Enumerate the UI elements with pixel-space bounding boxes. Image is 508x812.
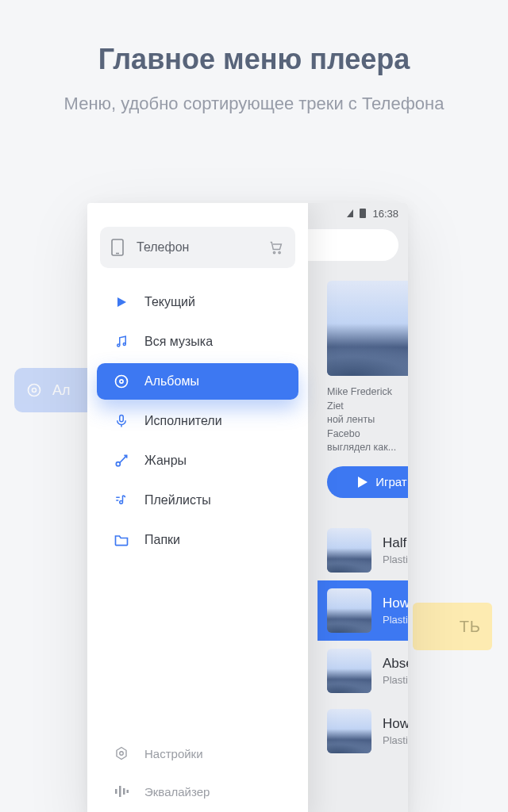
sidebar-item-label: Альбомы [144, 374, 199, 389]
svg-rect-22 [123, 788, 125, 795]
track-subtitle: Plastic [383, 674, 408, 686]
device-row[interactable]: Телефон [100, 227, 295, 268]
sidebar-item-artists[interactable]: Исполнители [100, 403, 295, 439]
sidebar-item-albums[interactable]: Альбомы [97, 363, 298, 400]
svg-point-0 [29, 385, 40, 396]
albums-icon [113, 373, 130, 389]
disc-icon [25, 381, 43, 399]
sidebar-item-current[interactable]: Текущий [100, 284, 295, 320]
phone-frame: 16:38 По Mike Frederick Ziet ной ленты F… [87, 203, 408, 812]
track-row[interactable]: AbsePlastic [318, 641, 408, 701]
track-list: HalfPlasticHowPlastiAbsePlasticHowPlasti… [318, 520, 408, 761]
track-title: Abse [383, 656, 408, 672]
footer-item-label: Эквалайзер [144, 785, 210, 799]
hero-album-art[interactable] [327, 281, 408, 376]
track-title: Half [383, 535, 408, 551]
sidebar-item-label: Вся музыка [144, 335, 213, 349]
svg-point-8 [117, 344, 120, 347]
svg-marker-18 [117, 748, 126, 760]
sidebar-item-folders[interactable]: Папки [100, 522, 295, 558]
folders-icon [113, 533, 130, 547]
artists-icon [113, 413, 130, 429]
sidebar-item-all[interactable]: Вся музыка [100, 324, 295, 360]
all-icon [113, 335, 130, 349]
sidebar-item-label: Папки [144, 533, 180, 547]
drawer: Телефон ТекущийВся музыкаАльбомыИсполнит… [87, 203, 308, 812]
phone-icon [111, 239, 124, 256]
svg-point-15 [120, 500, 123, 504]
hero-caption: Mike Frederick Ziet ной ленты Facebo выг… [327, 385, 398, 455]
track-row[interactable]: HowPlasti [318, 580, 408, 641]
drawer-menu: ТекущийВся музыкаАльбомыИсполнителиЖанры… [100, 284, 295, 558]
hero-card: Mike Frederick Ziet ной ленты Facebo выг… [327, 281, 398, 498]
track-thumbnail [327, 588, 371, 633]
svg-point-11 [120, 380, 123, 383]
status-time: 16:38 [372, 208, 398, 220]
battery-icon [360, 209, 366, 218]
footer-item-label: Настройки [144, 747, 203, 760]
sidebar-item-playlists[interactable]: Плейлисты [100, 482, 295, 519]
footer-item-settings[interactable]: Настройки [100, 739, 295, 768]
play-button[interactable]: Играт [327, 466, 408, 498]
track-title: How [383, 596, 408, 611]
drawer-footer: НастройкиЭквалайзер [100, 715, 295, 806]
playlists-icon [113, 493, 130, 508]
svg-rect-21 [119, 786, 121, 797]
page-subtitle: Меню, удобно сортирующее треки с Телефон… [0, 94, 508, 114]
svg-rect-12 [120, 416, 124, 422]
sidebar-item-genres[interactable]: Жанры [100, 442, 295, 479]
svg-point-10 [116, 376, 128, 388]
sidebar-item-label: Плейлисты [144, 493, 211, 508]
sidebar-item-label: Исполнители [144, 414, 222, 428]
track-title: How [383, 716, 408, 732]
svg-point-6 [273, 251, 275, 253]
ghost-yellow-button: ТЬ [413, 603, 492, 650]
page-title: Главное меню плеера [0, 43, 508, 76]
play-icon [358, 477, 368, 488]
svg-point-14 [116, 462, 120, 466]
equalizer-icon [113, 785, 130, 798]
svg-point-9 [123, 343, 125, 346]
track-thumbnail [327, 709, 371, 753]
track-thumbnail [327, 528, 371, 573]
sidebar-item-label: Текущий [144, 295, 195, 309]
sidebar-item-label: Жанры [144, 454, 187, 468]
svg-rect-20 [115, 789, 117, 794]
settings-icon [113, 746, 130, 760]
svg-rect-23 [127, 790, 129, 793]
svg-point-7 [279, 251, 280, 253]
device-label: Телефон [137, 240, 189, 255]
svg-point-1 [33, 389, 37, 393]
track-subtitle: Plastic [383, 734, 408, 746]
track-subtitle: Plasti [383, 614, 408, 626]
current-icon [113, 296, 130, 308]
track-subtitle: Plastic [383, 553, 408, 565]
signal-icon [347, 209, 353, 217]
svg-point-19 [120, 752, 124, 756]
genres-icon [113, 453, 130, 469]
footer-item-equalizer[interactable]: Эквалайзер [100, 777, 295, 806]
track-row[interactable]: HowPlastic [318, 701, 408, 761]
ghost-albums-label: Ал [52, 382, 71, 399]
track-row[interactable]: HalfPlastic [318, 520, 408, 580]
track-thumbnail [327, 649, 371, 693]
cart-icon[interactable] [268, 240, 284, 255]
